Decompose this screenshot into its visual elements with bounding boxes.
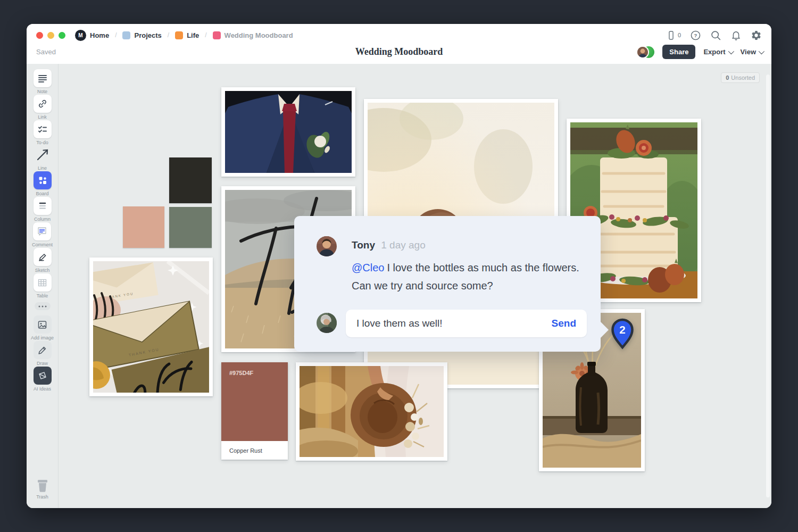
breadcrumb-separator: / — [168, 31, 169, 39]
bride-hat-image — [300, 366, 444, 457]
tool-board-selected[interactable]: Board — [34, 171, 52, 197]
more-tools-button[interactable] — [35, 302, 51, 310]
reply-user-avatar — [317, 313, 337, 333]
search-button[interactable] — [710, 30, 721, 41]
swatch-sage[interactable] — [169, 207, 212, 248]
breadcrumb-home[interactable]: M Home — [75, 30, 109, 41]
help-icon: ? — [690, 30, 701, 41]
photo-bride-hat[interactable] — [296, 362, 447, 461]
desktop-background: M Home / Projects / Life / — [0, 0, 798, 532]
comment-body: @CleoI love the bottles as much as the f… — [352, 259, 594, 295]
column-icon — [34, 197, 52, 215]
pin-icon: 2 — [610, 318, 635, 350]
comment-pin[interactable]: 2 — [610, 318, 635, 352]
phone-icon — [666, 30, 676, 40]
send-button[interactable]: Send — [541, 318, 587, 329]
add-image-icon — [34, 315, 52, 334]
view-menu-button[interactable]: View — [741, 48, 763, 56]
tool-ai-ideas[interactable]: AI Ideas — [34, 367, 52, 392]
breadcrumb-life[interactable]: Life — [175, 31, 199, 39]
comment-thread-card: Tony 1 day ago @CleoI love the bottles a… — [294, 216, 601, 352]
breadcrumb-current-board[interactable]: Wedding Moodboard — [213, 31, 293, 39]
svg-text:?: ? — [694, 32, 697, 38]
tool-sketch[interactable]: Sketch — [34, 248, 52, 273]
breadcrumb-separator: / — [205, 31, 206, 39]
window-controls — [36, 32, 65, 39]
comment-timestamp: 1 day ago — [381, 239, 425, 251]
todo-icon — [34, 120, 52, 138]
titlebar: M Home / Projects / Life / — [27, 24, 771, 64]
unsorted-badge[interactable]: 0 Unsorted — [721, 72, 760, 83]
color-card-copper-rust[interactable]: #975D4F Copper Rust — [221, 362, 288, 460]
help-button[interactable]: ? — [690, 30, 701, 41]
photo-groom-suit[interactable] — [221, 87, 355, 177]
tools-sidebar: Note Link To-do — [27, 64, 59, 508]
tool-comment[interactable]: Comment — [32, 222, 53, 248]
tool-todo[interactable]: To-do — [34, 120, 52, 146]
tool-line[interactable]: Line — [34, 146, 52, 171]
reply-box: Send — [346, 310, 587, 337]
link-icon — [34, 95, 52, 113]
milanote-logo-icon: M — [75, 30, 86, 41]
ellipsis-icon — [38, 305, 47, 307]
comment-author-avatar — [317, 236, 337, 256]
tool-draw[interactable]: Draw — [34, 341, 52, 367]
tool-note[interactable]: Note — [34, 69, 52, 95]
notifications-button[interactable] — [730, 30, 742, 41]
stationery-image: THANK YOU THANK YOU — [93, 261, 209, 393]
zoom-window-button[interactable] — [59, 32, 65, 39]
table-icon — [34, 273, 52, 292]
tool-column[interactable]: Column — [34, 197, 52, 222]
svg-text:2: 2 — [619, 323, 626, 336]
trash-icon — [35, 479, 50, 493]
bell-icon — [730, 30, 742, 41]
note-icon — [34, 69, 52, 87]
line-icon — [34, 146, 52, 164]
settings-button[interactable] — [751, 30, 762, 41]
tool-table[interactable]: Table — [34, 273, 52, 299]
export-menu-button[interactable]: Export — [703, 48, 732, 56]
collaborator-avatars[interactable] — [636, 46, 654, 59]
ai-ideas-icon — [34, 367, 52, 385]
device-count: 0 — [678, 32, 681, 38]
board-icon — [34, 171, 52, 189]
tool-add-image[interactable]: Add image — [31, 315, 54, 341]
board-icon-pink — [213, 31, 221, 39]
reply-input[interactable] — [346, 318, 541, 329]
user-avatar — [636, 46, 649, 59]
comment-author-name: Tony — [352, 239, 375, 251]
breadcrumb-separator: / — [115, 31, 117, 39]
chevron-down-icon — [728, 48, 734, 54]
mention-link[interactable]: @Cleo — [352, 262, 384, 273]
swatch-blush[interactable] — [123, 206, 164, 248]
vertical-scrollbar[interactable] — [766, 74, 770, 497]
sketch-icon — [34, 248, 52, 266]
color-chip: #975D4F — [221, 362, 288, 441]
share-button[interactable]: Share — [662, 45, 695, 59]
search-icon — [710, 30, 721, 41]
board-icon-orange — [175, 31, 183, 39]
board-icon-blue — [122, 31, 130, 39]
mobile-app-button[interactable]: 0 — [666, 30, 681, 40]
photo-stationery-envelopes[interactable]: THANK YOU THANK YOU — [89, 257, 213, 396]
close-window-button[interactable] — [36, 32, 43, 39]
comment-icon — [33, 222, 51, 240]
color-name-label: Copper Rust — [221, 441, 288, 460]
trash-dropzone[interactable]: Trash — [35, 479, 50, 500]
draw-icon — [34, 341, 52, 359]
tool-link[interactable]: Link — [34, 95, 52, 120]
app-window: M Home / Projects / Life / — [27, 24, 771, 508]
breadcrumb-projects[interactable]: Projects — [122, 31, 161, 39]
color-hex-label: #975D4F — [229, 370, 253, 376]
breadcrumb: M Home / Projects / Life / — [75, 30, 293, 41]
groom-suit-image — [225, 91, 352, 173]
gear-icon — [751, 30, 762, 41]
board-canvas[interactable]: Note Link To-do — [27, 64, 771, 508]
minimize-window-button[interactable] — [47, 32, 54, 39]
swatch-dark[interactable] — [169, 157, 212, 203]
